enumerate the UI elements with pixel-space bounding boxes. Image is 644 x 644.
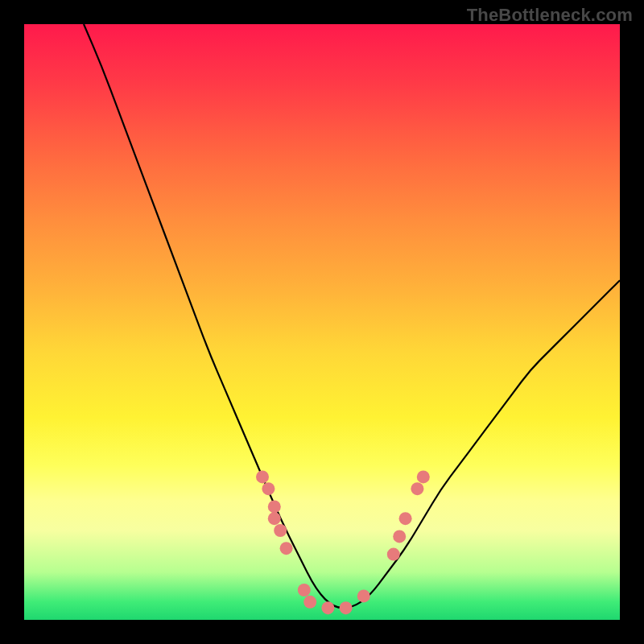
highlight-dot <box>303 596 316 609</box>
highlight-dot <box>280 542 293 555</box>
highlight-dot <box>268 500 281 513</box>
highlight-dot <box>262 482 275 495</box>
highlight-dot <box>357 589 370 602</box>
highlight-dot <box>417 470 430 483</box>
highlight-dot <box>298 584 311 597</box>
chart-frame: TheBottleneck.com <box>0 0 644 644</box>
highlight-dot <box>411 482 423 495</box>
bottleneck-curve <box>84 24 620 608</box>
highlight-dot <box>274 524 287 537</box>
highlight-dot <box>268 512 281 525</box>
highlighted-points-group <box>256 470 430 614</box>
highlight-dot <box>393 530 406 543</box>
curve-svg <box>24 24 620 620</box>
highlight-dot <box>256 470 269 483</box>
plot-area <box>24 24 620 620</box>
highlight-dot <box>340 601 353 614</box>
highlight-dot <box>321 601 334 614</box>
highlight-dot <box>387 548 400 561</box>
highlight-dot <box>399 512 412 525</box>
watermark-text: TheBottleneck.com <box>467 5 633 26</box>
